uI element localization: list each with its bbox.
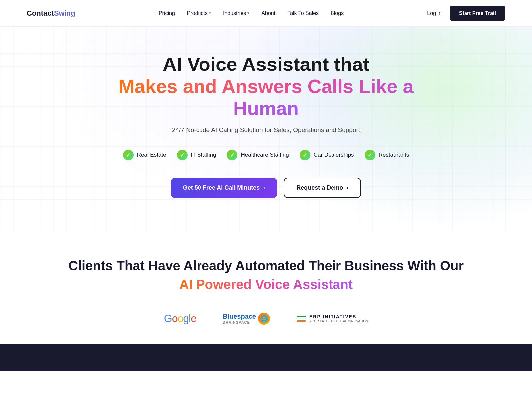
hero-buttons: Get 50 Free AI Call Minutes › Request a …: [171, 178, 361, 198]
chevron-down-icon: ▾: [247, 11, 249, 15]
check-icon-real-estate: ✓: [123, 150, 134, 160]
tag-healthcare-staffing: ✓ Healthcare Staffing: [227, 150, 289, 160]
clients-title: Clients That Have Already Automated Thei…: [27, 258, 505, 274]
arrow-right-icon: ›: [346, 184, 348, 191]
nav-item-talk-to-sales[interactable]: Talk To Sales: [287, 10, 319, 16]
erp-tagline: YOUR PATH TO DIGITAL INNOVATION: [309, 319, 368, 323]
tag-real-estate: ✓ Real Estate: [123, 150, 166, 160]
hero-title-gradient: Makes and Answers Calls Like a Human: [118, 75, 414, 119]
erp-flag-icon: [297, 316, 306, 322]
client-logo-google: Google: [164, 312, 196, 325]
hero-title-black: AI Voice Assistant that: [163, 53, 369, 75]
tag-restaurants: ✓ Restaurants: [365, 150, 409, 160]
clients-subtitle: AI Powered Voice Assistant: [27, 276, 505, 292]
nav-item-blogs[interactable]: Blogs: [331, 10, 344, 16]
clients-logos: Google Bluespace BRAINSPACE 🌐 ERP Initia…: [27, 312, 505, 325]
hero-tags: ✓ Real Estate ✓ IT Staffing ✓ Healthcare…: [123, 150, 409, 160]
request-demo-button[interactable]: Request a Demo ›: [284, 178, 361, 198]
nav-item-pricing[interactable]: Pricing: [159, 10, 175, 16]
nav-item-products[interactable]: Products▾: [187, 10, 211, 16]
check-icon-restaurants: ✓: [365, 150, 375, 160]
bluespace-icon: 🌐: [258, 313, 270, 325]
client-logo-bluespace: Bluespace BRAINSPACE 🌐: [223, 313, 270, 325]
erp-name: ERP Initiatives: [309, 314, 368, 319]
hero-section: AI Voice Assistant that Makes and Answer…: [0, 27, 532, 231]
check-icon-car-dealerships: ✓: [300, 150, 310, 160]
tag-car-dealerships: ✓ Car Dealerships: [300, 150, 354, 160]
hero-title: AI Voice Assistant that Makes and Answer…: [116, 53, 416, 120]
logo-contact: Contact: [27, 9, 54, 18]
login-link[interactable]: Log in: [427, 10, 442, 16]
logo[interactable]: ContactSwing: [27, 9, 75, 18]
footer: [0, 344, 532, 371]
start-free-button[interactable]: Start Free Trail: [450, 6, 505, 21]
get-free-minutes-button[interactable]: Get 50 Free AI Call Minutes ›: [171, 178, 277, 198]
chevron-down-icon: ▾: [209, 11, 211, 15]
nav-item-about[interactable]: About: [261, 10, 275, 16]
nav-right: Log in Start Free Trail: [427, 6, 505, 21]
nav-links: Pricing Products▾ Industries▾ About Talk…: [159, 10, 344, 16]
check-icon-healthcare-staffing: ✓: [227, 150, 237, 160]
hero-subtitle: 24/7 No-code AI Calling Solution for Sal…: [172, 126, 360, 134]
nav-item-industries[interactable]: Industries▾: [223, 10, 249, 16]
clients-section: Clients That Have Already Automated Thei…: [0, 231, 532, 344]
arrow-right-icon: ›: [263, 184, 265, 191]
logo-swing: Swing: [54, 9, 75, 18]
google-logo-text: Google: [164, 312, 196, 325]
tag-it-staffing: ✓ IT Staffing: [177, 150, 216, 160]
check-icon-it-staffing: ✓: [177, 150, 188, 160]
navbar: ContactSwing Pricing Products▾ Industrie…: [0, 0, 532, 27]
client-logo-erp: ERP Initiatives YOUR PATH TO DIGITAL INN…: [297, 314, 368, 323]
